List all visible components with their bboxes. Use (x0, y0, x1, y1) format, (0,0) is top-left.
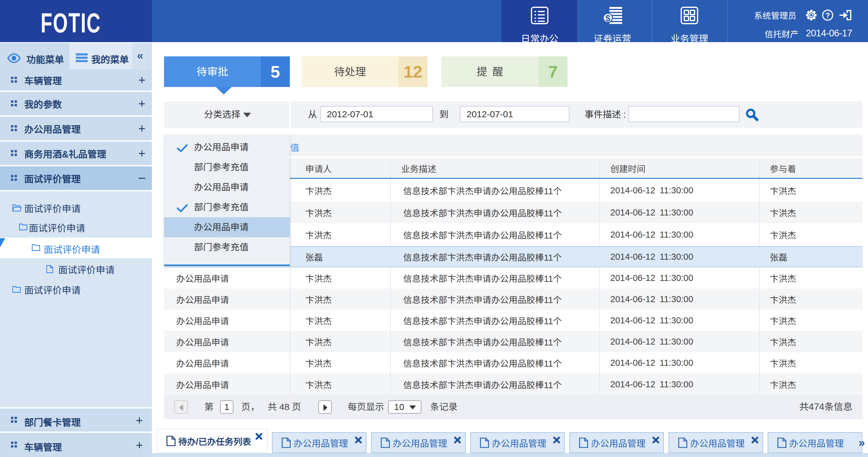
svg-text:?: ? (826, 11, 830, 20)
svg-text:$: $ (606, 13, 611, 23)
